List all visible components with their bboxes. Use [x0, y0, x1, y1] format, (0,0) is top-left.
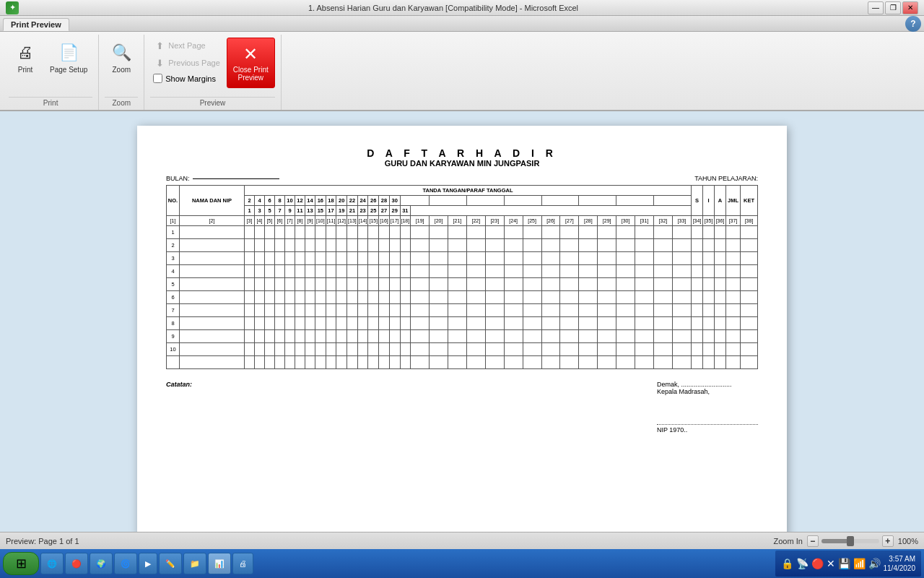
tahun-field: TAHUN PELAJARAN:: [694, 175, 758, 182]
taskbar-tray: 🔒 📡 🔴 ✕ 💾 📶 🔊 3:57 AM 11/4/2020: [775, 551, 922, 577]
explorer-icon: 📁: [190, 559, 200, 569]
ribbon-preview-content: ⬆ Next Page ⬇ Previous Page Show Margins…: [150, 35, 274, 97]
attendance-table: NO. NAMA DAN NIP TANDA TANGAN/PARAF TANG…: [166, 185, 758, 369]
preview-info: Preview: Page 1 of 1: [6, 537, 79, 545]
col-header-s: S: [692, 186, 703, 216]
taskbar-app-printer[interactable]: 🖨: [232, 553, 253, 574]
taskbar-app-chrome[interactable]: 🌀: [114, 553, 137, 574]
tray-icon-1[interactable]: 🔒: [781, 558, 793, 569]
paint-icon: ✏️: [165, 559, 175, 569]
tray-icon-4[interactable]: ✕: [827, 558, 835, 569]
taskbar-app-paint[interactable]: ✏️: [159, 553, 182, 574]
zoom-thumb[interactable]: [847, 536, 854, 546]
taskbar-app-explorer[interactable]: 📁: [183, 553, 206, 574]
zoom-out-button[interactable]: −: [807, 535, 819, 547]
help-button[interactable]: ?: [905, 16, 921, 32]
restore-button[interactable]: ❐: [885, 1, 901, 14]
page-setup-button[interactable]: 📄 Page Setup: [45, 38, 92, 77]
preview-nav-buttons: ⬆ Next Page ⬇ Previous Page Show Margins: [150, 38, 224, 85]
previous-page-button[interactable]: ⬇ Previous Page: [150, 55, 224, 71]
media-icon: ▶: [145, 559, 151, 569]
app-icon: ✦: [6, 1, 19, 14]
table-row: 6: [167, 291, 758, 304]
bulan-line: [193, 178, 279, 179]
next-page-button[interactable]: ⬆ Next Page: [150, 38, 224, 53]
ribbon: 🖨 Print 📄 Page Setup Print 🔍 Zoom Zoom ⬆: [0, 32, 924, 111]
preview-group-label: Preview: [150, 97, 274, 110]
col-header-a: A: [715, 186, 726, 216]
index-row: [1] [2] [3] [4] [5] [6] [7] [8] [9] [10]…: [167, 216, 758, 226]
table-row: 2: [167, 239, 758, 252]
tray-icon-3[interactable]: 🔴: [811, 558, 824, 569]
tray-icon-2[interactable]: 📡: [796, 558, 808, 569]
close-preview-icon: ✕: [243, 44, 258, 64]
close-button[interactable]: ✕: [902, 1, 918, 14]
doc-title: D A F T A R H A D I R: [166, 147, 758, 159]
tray-time: 3:57 AM 11/4/2020: [884, 554, 916, 573]
ribbon-group-preview: ⬆ Next Page ⬇ Previous Page Show Margins…: [144, 35, 281, 110]
catatan: Catatan:: [166, 381, 192, 434]
status-left: Preview: Page 1 of 1: [6, 537, 79, 545]
zoom-slider-fill: [821, 539, 850, 543]
clock-date: 11/4/2020: [884, 564, 916, 573]
table-row: 9: [167, 330, 758, 343]
taskbar-app-opera[interactable]: 🔴: [65, 553, 88, 574]
page-setup-icon: 📄: [57, 41, 80, 64]
col-header-jml: JML: [726, 186, 741, 216]
close-print-preview-button[interactable]: ✕ Close Print Preview: [227, 38, 275, 88]
print-button[interactable]: 🖨 Print: [9, 38, 42, 77]
tray-icon-5[interactable]: 💾: [838, 558, 850, 569]
table-row: 4: [167, 265, 758, 278]
print-group-label: Print: [9, 97, 92, 110]
margins-checkbox-input[interactable]: [153, 74, 162, 83]
ribbon-print-content: 🖨 Print 📄 Page Setup: [9, 35, 92, 97]
window-controls: — ❐ ✕: [868, 1, 918, 14]
tab-print-preview[interactable]: Print Preview: [3, 18, 69, 31]
main-area: D A F T A R H A D I R GURU DAN KARYAWAN …: [0, 111, 924, 532]
taskbar-app-media[interactable]: ▶: [139, 553, 157, 574]
signature-right: Demak, ............................ Kepa…: [657, 381, 758, 434]
excel-icon: 📊: [214, 559, 225, 569]
window-title: 1. Absensi Harian Guru dan Karyawan [Com…: [19, 4, 868, 12]
ribbon-group-zoom: 🔍 Zoom Zoom: [99, 35, 144, 110]
table-row: 7: [167, 304, 758, 317]
firefox-icon: 🌍: [96, 559, 106, 569]
print-icon: 🖨: [14, 41, 37, 64]
demak-text: Demak, ............................: [657, 381, 758, 388]
taskbar-app-ie[interactable]: 🌐: [40, 553, 64, 574]
ie-icon: 🌐: [47, 559, 57, 569]
signature-area: Catatan: Demak, ........................…: [166, 381, 758, 434]
zoom-in-label: Zoom In: [774, 537, 803, 545]
status-right: Zoom In − + 100%: [774, 535, 919, 547]
taskbar-app-excel[interactable]: 📊: [208, 553, 231, 574]
next-page-icon: ⬆: [154, 40, 165, 51]
ribbon-tabs: Print Preview ?: [0, 16, 924, 32]
tray-icon-6[interactable]: 📶: [853, 558, 866, 569]
show-margins-checkbox[interactable]: Show Margins: [150, 72, 224, 85]
zoom-in-button[interactable]: +: [882, 535, 894, 547]
zoom-slider[interactable]: [821, 539, 879, 543]
zoom-button[interactable]: 🔍 Zoom: [105, 38, 138, 77]
signature-line: [657, 424, 758, 425]
table-row: 8: [167, 317, 758, 330]
taskbar-app-firefox[interactable]: 🌍: [90, 553, 113, 574]
doc-subtitle: GURU DAN KARYAWAN MIN JUNGPASIR: [166, 159, 758, 168]
page-preview: D A F T A R H A D I R GURU DAN KARYAWAN …: [137, 126, 787, 532]
table-row: 5: [167, 278, 758, 291]
bulan-field: BULAN:: [166, 175, 279, 182]
zoom-control: − +: [807, 535, 894, 547]
start-button[interactable]: ⊞: [3, 552, 39, 575]
table-row: [167, 356, 758, 369]
col-header-i: I: [703, 186, 715, 216]
kepala-text: Kepala Madrasah,: [657, 388, 758, 395]
ribbon-zoom-content: 🔍 Zoom: [105, 35, 138, 97]
title-bar: ✦ 1. Absensi Harian Guru dan Karyawan [C…: [0, 0, 924, 16]
chrome-icon: 🌀: [121, 559, 131, 569]
minimize-button[interactable]: —: [868, 1, 884, 14]
tray-icon-7[interactable]: 🔊: [868, 558, 881, 569]
tanda-tangan-header: TANDA TANGAN/PARAF TANGGAL: [245, 186, 692, 196]
taskbar: ⊞ 🌐 🔴 🌍 🌀 ▶ ✏️ 📁 📊 🖨 🔒 📡 🔴 ✕ 💾 📶 🔊 3:57 …: [0, 549, 924, 578]
zoom-icon: 🔍: [110, 41, 133, 64]
zoom-group-label: Zoom: [105, 97, 138, 110]
col-header-ket: KET: [741, 186, 758, 216]
